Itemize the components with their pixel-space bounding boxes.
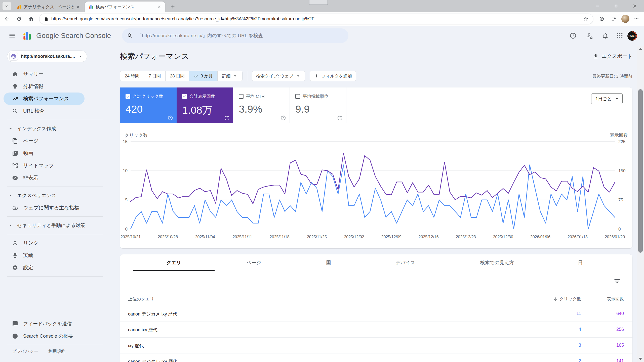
metric-card-1[interactable]: 合計表示回数1.08万 [177, 87, 233, 123]
filter-icon [614, 278, 621, 285]
table-filter-icon[interactable] [614, 278, 621, 285]
table-tab-2[interactable]: 国 [326, 254, 331, 271]
granularity-select[interactable]: 1日ごと [591, 93, 623, 104]
sidebar-item[interactable]: サイトマップ [0, 159, 110, 172]
table-row[interactable]: canon ixy 歴代4256 [120, 322, 632, 338]
date-range-custom[interactable]: 詳細 [218, 71, 242, 81]
browser-tab-analytics[interactable]: アナリティクス | ページとスクリーン: ペー [13, 2, 84, 12]
sidebar-footer-item[interactable]: Search Console の概要 [0, 330, 110, 342]
sidebar-item[interactable]: 実績 [0, 249, 110, 261]
checkbox-unchecked-icon[interactable] [239, 94, 244, 99]
sidebar-item[interactable]: ウェブに関する主な指標 [0, 202, 110, 214]
add-filter-chip[interactable]: フィルタを追加 [310, 71, 356, 81]
impressions-value[interactable]: 141 [616, 358, 624, 362]
search-type-chip[interactable]: 検索タイプ: ウェブ [252, 71, 305, 81]
url-text[interactable]: https://search.google.com/search-console… [51, 16, 581, 22]
sidebar-item[interactable]: 非表示 [0, 172, 110, 184]
impressions-value[interactable]: 256 [616, 327, 624, 332]
query-table-panel: クエリページ国デバイス検索での見え方日 上位のクエリ クリック数 表示回数 ca… [120, 254, 632, 362]
table-tab-4[interactable]: 検索での見え方 [480, 254, 514, 271]
window-minimize-button[interactable] [588, 0, 607, 12]
sidebar-item[interactable]: URL 検査 [0, 105, 110, 117]
sidebar-item[interactable]: 検索パフォーマンス [4, 93, 85, 105]
sidebar-item[interactable]: ページ [0, 135, 110, 147]
help-icon[interactable] [224, 115, 230, 121]
metric-card-2[interactable]: 平均 CTR3.9% [233, 87, 290, 123]
refresh-button[interactable] [14, 14, 24, 24]
terms-link[interactable]: 利用規約 [48, 348, 65, 354]
table-row[interactable]: canon デジカメ ixy 歴代11640 [120, 306, 632, 322]
check-icon [126, 95, 130, 98]
lock-icon[interactable] [44, 17, 48, 21]
checkbox-checked-icon[interactable] [182, 94, 187, 99]
date-range-2[interactable]: 28 日間 [166, 71, 189, 81]
scroll-up-arrow[interactable] [639, 48, 642, 50]
export-button[interactable]: エクスポート [593, 53, 632, 60]
sidebar-section-1[interactable]: インデックス作成 [0, 122, 110, 135]
tab-close-icon[interactable] [157, 5, 162, 9]
table-row[interactable]: canon デジタル ixy 歴代2141 [120, 353, 632, 362]
bookmark-star-icon[interactable] [581, 14, 591, 24]
notifications-bell-icon[interactable] [602, 32, 609, 40]
window-maximize-button[interactable] [607, 0, 625, 12]
sidebar-item[interactable]: 分析情報 [0, 80, 110, 93]
table-tab-0[interactable]: クエリ [167, 254, 181, 271]
clicks-value[interactable]: 2 [579, 358, 581, 362]
favorites-icon[interactable] [609, 14, 619, 24]
column-query[interactable]: 上位のクエリ [128, 296, 154, 302]
sidebar-item[interactable]: 動画 [0, 147, 110, 159]
metric-card-3[interactable]: 平均掲載順位9.9 [290, 87, 346, 123]
url-inspect-search[interactable]: 「http://moorakot.sakura.ne.jp/」内のすべての UR… [122, 28, 348, 43]
sidebar-section-3[interactable]: セキュリティと手動による対策 [0, 219, 110, 232]
account-avatar[interactable]: RYZEN [627, 31, 637, 41]
sidebar-item[interactable]: リンク [0, 237, 110, 249]
privacy-link[interactable]: プライバシー [12, 348, 38, 354]
tab-close-icon[interactable] [76, 5, 80, 9]
window-close-button[interactable] [625, 0, 644, 12]
table-row[interactable]: ixy 歴代3165 [120, 338, 632, 353]
sidebar-item[interactable]: サマリー [0, 68, 110, 80]
scrollbar-thumb[interactable] [638, 89, 643, 253]
sidebar-footer-item[interactable]: フィードバックを送信 [0, 318, 110, 330]
clicks-value[interactable]: 4 [579, 327, 581, 332]
column-impressions[interactable]: 表示回数 [607, 296, 624, 302]
address-bar[interactable]: https://search.google.com/search-console… [39, 14, 593, 24]
browser-tab-search-console[interactable]: 検索パフォーマンス [85, 2, 165, 12]
new-tab-button[interactable] [169, 3, 177, 11]
timeseries-chart[interactable]: クリック数表示回数0510150751502252025/10/212025/1… [120, 128, 632, 246]
help-icon[interactable] [570, 32, 577, 40]
table-tab-3[interactable]: デバイス [396, 254, 415, 271]
column-clicks[interactable]: クリック数 [553, 296, 581, 302]
date-range-3[interactable]: 3 か月 [189, 71, 218, 81]
back-arrow-icon [4, 16, 10, 22]
date-range-1[interactable]: 7 日間 [144, 71, 166, 81]
page-scrollbar[interactable] [637, 46, 644, 362]
menu-icon[interactable] [7, 30, 18, 41]
browser-profile-avatar[interactable] [621, 15, 629, 23]
table-tab-1[interactable]: ページ [247, 254, 261, 271]
metric-card-0[interactable]: 合計クリック数420 [120, 87, 177, 123]
home-button[interactable] [26, 14, 36, 24]
help-icon[interactable] [337, 115, 343, 121]
help-icon[interactable] [168, 115, 173, 121]
google-apps-grid-icon[interactable] [616, 32, 624, 40]
back-button[interactable] [2, 14, 12, 24]
sidebar-item[interactable]: 設定 [0, 261, 110, 274]
notifications-bell-icon [602, 32, 609, 39]
checkbox-unchecked-icon[interactable] [295, 94, 300, 99]
impressions-value[interactable]: 165 [616, 343, 624, 348]
tab-search-chevron-icon[interactable] [3, 2, 11, 10]
table-tab-5[interactable]: 日 [578, 254, 583, 271]
browser-essentials-icon[interactable] [597, 14, 607, 24]
help-icon[interactable] [280, 115, 286, 121]
date-range-0[interactable]: 24 時間 [120, 71, 144, 81]
manage-accounts-icon[interactable] [586, 32, 594, 40]
browser-menu-icon[interactable] [631, 14, 641, 24]
property-selector[interactable]: http://moorakot.sakura.... [7, 51, 87, 62]
sidebar-section-2[interactable]: エクスペリエンス [0, 189, 110, 202]
impressions-value[interactable]: 640 [616, 311, 624, 316]
clicks-value[interactable]: 3 [579, 343, 581, 348]
checkbox-checked-icon[interactable] [126, 94, 130, 99]
scroll-down-arrow[interactable] [639, 358, 642, 360]
clicks-value[interactable]: 11 [576, 311, 581, 316]
